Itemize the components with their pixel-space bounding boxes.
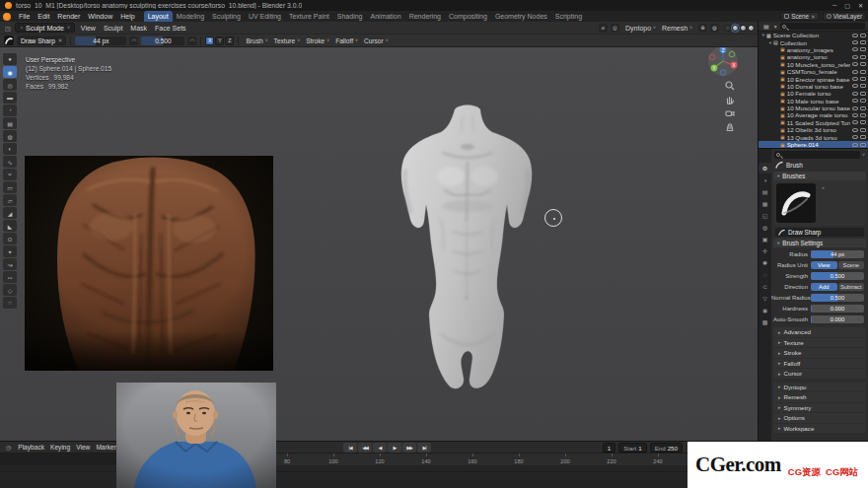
workspace-tab-texture-paint[interactable]: Texture Paint [285, 11, 333, 22]
prev-keyframe-button[interactable]: ◀◀ [358, 443, 372, 453]
panel-advanced[interactable]: ▸Advanced [773, 327, 866, 337]
slider-normal-radius[interactable]: 0.500 [811, 294, 864, 302]
minimize-button[interactable]: ─ [832, 2, 836, 9]
dropdown-dyntopo[interactable]: Dyntopo˅ [622, 25, 659, 32]
hide-viewport-toggle[interactable] [852, 99, 858, 103]
next-keyframe-button[interactable]: ▶▶ [402, 443, 416, 453]
outliner-row-10-male-torso-base[interactable]: ▣10 Male torso base [759, 98, 868, 105]
disable-viewports-toggle[interactable] [860, 55, 866, 59]
viewport-menu-face-sets[interactable]: Face Sets [151, 25, 190, 32]
hide-viewport-toggle[interactable] [852, 34, 858, 37]
properties-tab-tool[interactable]: ⚙ [759, 163, 771, 174]
outliner-row-10-female-torso[interactable]: ▣10 Female torso [759, 90, 868, 97]
disable-viewports-toggle[interactable] [860, 135, 866, 139]
menu-file[interactable]: File [15, 13, 34, 20]
hide-viewport-toggle[interactable] [852, 55, 858, 59]
outliner-row-10-erector-spinae-base[interactable]: ▣10 Erector spinae base [759, 75, 868, 82]
properties-tab-object[interactable]: ▣ [759, 234, 771, 244]
panel-remesh[interactable]: ▸Remesh [773, 392, 866, 402]
outliner-row-10-muscles-torso-reference[interactable]: ▣10 Muscles_torso_reference [759, 61, 868, 68]
strength-pressure-icon[interactable]: ◠ [187, 36, 196, 45]
outliner-row-10-dorsal-torso-base[interactable]: ▣10 Dorsal torso base [759, 83, 868, 90]
play-button[interactable]: ▶ [388, 443, 401, 453]
properties-tab-scene[interactable]: ◱ [759, 210, 771, 221]
properties-tab-object-data[interactable]: ▽ [759, 293, 771, 304]
zoom-icon[interactable] [725, 81, 735, 91]
jump-to-start-button[interactable]: |◀ [343, 443, 357, 453]
properties-options-icon[interactable]: ˅ [862, 152, 865, 158]
unlink-scene-icon[interactable]: ✕ [811, 14, 816, 20]
disable-viewports-toggle[interactable] [860, 62, 866, 66]
workspace-tab-scripting[interactable]: Scripting [551, 11, 586, 22]
mode-dropdown[interactable]: ◔ Sculpt Mode ˅ [15, 23, 75, 33]
scene-selector[interactable]: Scene✕ [780, 12, 819, 21]
disable-viewports-toggle[interactable] [860, 34, 866, 37]
menu-edit[interactable]: Edit [34, 13, 53, 20]
tool-fill[interactable]: ▱ [3, 194, 17, 206]
tool-dropdown-brush[interactable]: Brush˅ [243, 37, 270, 44]
brush-name-field[interactable]: Draw Sharp [775, 228, 864, 237]
disable-viewports-toggle[interactable] [860, 143, 866, 147]
outliner-row-10-muscular-torso-base-appeal[interactable]: ▣10 Muscular torso base appeal [759, 105, 868, 111]
tool-dropdown-texture[interactable]: Texture˅ [271, 37, 304, 44]
strength-slider[interactable]: 0.500 [141, 36, 184, 45]
workspace-tab-rendering[interactable]: Rendering [405, 11, 445, 22]
properties-tab-physics[interactable]: ◌ [759, 269, 771, 280]
hide-viewport-toggle[interactable] [852, 143, 858, 147]
menu-render[interactable]: Render [53, 13, 84, 20]
properties-tab-constraints[interactable]: ⊂ [759, 281, 771, 292]
workspace-tab-layout[interactable]: Layout [144, 11, 173, 22]
mirror-y-toggle[interactable]: Y [215, 36, 224, 45]
tool-flatten[interactable]: ▭ [3, 181, 17, 193]
proportional-edit-icon[interactable]: ◎ [611, 24, 619, 33]
hide-viewport-toggle[interactable] [852, 128, 858, 132]
slider-hardness[interactable]: 0.000 [811, 305, 864, 313]
panel-dyntopo[interactable]: ▸Dyntopo [773, 383, 866, 392]
hide-viewport-toggle[interactable] [852, 47, 858, 51]
properties-tab-render[interactable]: ◑ [759, 174, 771, 185]
tool-elastic-deform[interactable]: ✦ [3, 245, 17, 257]
tool-scrape[interactable]: ◢ [3, 207, 17, 219]
view-layer-selector[interactable]: ViewLayer [823, 12, 866, 21]
panel-workspace[interactable]: ▸Workspace [773, 424, 866, 434]
outliner-search-input[interactable] [780, 23, 865, 30]
properties-tab-world[interactable]: ◍ [759, 222, 771, 233]
brush-selector[interactable]: Draw Sharp ✕ [17, 35, 66, 45]
panel-texture[interactable]: ▸Texture [773, 338, 866, 348]
outliner-row-collection[interactable]: ▾▤Collection [759, 38, 868, 45]
dropdown-remesh[interactable]: Remesh˅ [659, 25, 695, 32]
maximize-button[interactable]: ▢ [844, 2, 850, 9]
workspace-tab-compositing[interactable]: Compositing [445, 11, 491, 22]
disable-viewports-toggle[interactable] [860, 99, 866, 103]
wireframe-shading-icon[interactable] [724, 25, 731, 32]
slider-strength[interactable]: 0.500 [811, 272, 864, 280]
outliner-row-10-average-male-torso[interactable]: ▣10 Average male torso [759, 111, 868, 118]
disable-viewports-toggle[interactable] [860, 47, 866, 51]
workspace-tab-modeling[interactable]: Modeling [173, 11, 208, 22]
disable-viewports-toggle[interactable] [860, 77, 866, 81]
tool-clay-strips[interactable]: ▬ [3, 92, 17, 104]
frame-start-field[interactable]: Start1 [618, 443, 647, 453]
magnet-snap-icon[interactable]: ⌀ [599, 24, 608, 33]
properties-tab-modifiers[interactable]: ✢ [759, 245, 771, 256]
sculpt-mesh[interactable] [387, 102, 560, 397]
play-reverse-button[interactable]: ◀ [373, 443, 387, 453]
outliner-editor-icon[interactable]: ▤ [761, 23, 771, 30]
outliner-row-13-quads-3d-torso[interactable]: ▣13 Quads 3d torso [759, 133, 868, 140]
slider-radius[interactable]: 44 px [811, 250, 864, 258]
camera-view-icon[interactable] [725, 108, 735, 118]
viewport-menu-view[interactable]: View [77, 25, 100, 32]
workspace-tab-geometry-nodes[interactable]: Geometry Nodes [491, 11, 551, 22]
panel-options[interactable]: ▸Options [773, 413, 866, 423]
brushes-panel-header[interactable]: ▾ Brushes [773, 172, 866, 180]
panel-cursor[interactable]: ▸Cursor [773, 369, 866, 379]
hide-viewport-toggle[interactable] [852, 92, 858, 96]
tool-clay[interactable]: ◎ [3, 79, 17, 91]
toggle-subtract[interactable]: Subtract [838, 283, 865, 291]
menu-help[interactable]: Help [116, 13, 138, 20]
hide-viewport-toggle[interactable] [852, 113, 858, 117]
menu-window[interactable]: Window [84, 13, 116, 20]
hide-viewport-toggle[interactable] [852, 70, 858, 74]
panel-stroke[interactable]: ▸Stroke [773, 348, 866, 358]
tool-dropdown-stroke[interactable]: Stroke˅ [303, 37, 332, 44]
